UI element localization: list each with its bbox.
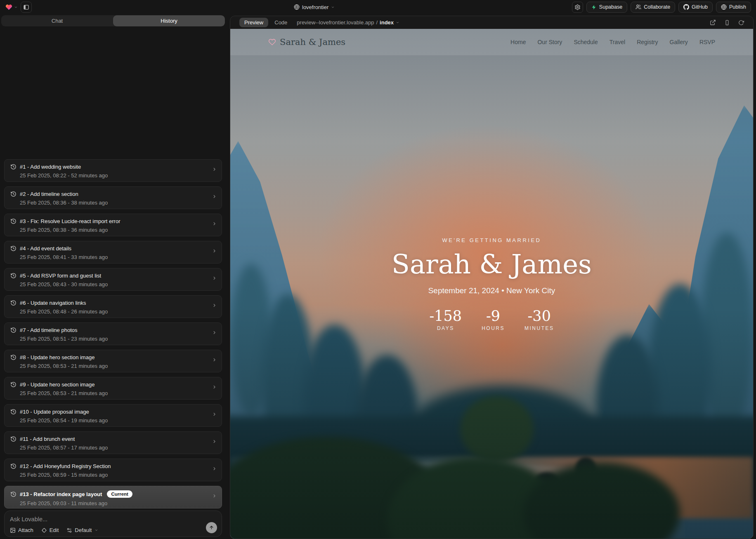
attach-button[interactable]: Attach [10,527,33,533]
chevron-right-icon [212,493,217,499]
chevron-right-icon [212,412,217,417]
history-icon [10,245,17,252]
ask-lovable-box: Attach Edit Default [4,511,222,537]
history-item[interactable]: #9 - Update hero section image 25 Feb 20… [4,377,222,400]
nav-link-home[interactable]: Home [510,39,526,45]
tab-code[interactable]: Code [274,19,287,26]
countdown-days-label: DAYS [430,325,462,331]
history-icon [10,164,17,170]
site-header: Sarah & James Home Our Story Schedule Tr… [230,29,753,55]
chevron-right-icon [212,357,217,362]
chevron-right-icon [212,248,217,254]
history-icon [10,218,17,224]
send-button[interactable] [206,522,217,533]
chevron-down-icon [331,5,335,9]
countdown-hours: -9 HOURS [482,308,505,331]
history-item-time: 25 Feb 2025, 08:53 - 21 minutes ago [20,363,209,369]
ask-lovable-input[interactable] [10,516,154,523]
heart-outline-icon [268,38,276,46]
history-item[interactable]: #6 - Update navigation links 25 Feb 2025… [4,295,222,318]
countdown-minutes-value: -30 [524,308,554,324]
history-item-time: 25 Feb 2025, 08:54 - 19 minutes ago [20,417,209,424]
tab-history[interactable]: History [113,15,225,26]
history-item-current[interactable]: #13 - Refactor index page layout Current… [4,486,222,508]
history-item-title: #12 - Add Honeyfund Registry Section [20,463,111,469]
publish-button[interactable]: Publish [716,2,751,13]
nav-link-schedule[interactable]: Schedule [574,39,598,45]
settings-button[interactable] [572,2,583,13]
tab-preview[interactable]: Preview [239,18,268,27]
model-label: Default [75,527,92,533]
countdown-minutes-label: MINUTES [524,325,554,331]
github-button[interactable]: GitHub [678,2,713,13]
project-switcher[interactable]: lovefrontier [294,0,335,14]
history-item-time: 25 Feb 2025, 08:53 - 21 minutes ago [20,390,209,396]
nav-link-gallery[interactable]: Gallery [670,39,688,45]
history-item[interactable]: #10 - Update proposal image 25 Feb 2025,… [4,404,222,427]
chevron-right-icon [212,330,217,335]
history-item-title: #9 - Update hero section image [20,381,94,388]
history-icon [10,463,17,469]
history-item-time: 25 Feb 2025, 08:36 - 38 minutes ago [20,200,209,206]
history-item[interactable]: #1 - Add wedding website 25 Feb 2025, 08… [4,159,222,182]
mobile-view-button[interactable] [724,20,730,26]
countdown: -158 DAYS -9 HOURS -30 MINUTES [230,308,753,331]
refresh-button[interactable] [738,20,744,26]
history-item[interactable]: #3 - Fix: Resolve Lucide-react import er… [4,214,222,236]
github-label: GitHub [692,4,708,10]
history-item-time: 25 Feb 2025, 08:38 - 36 minutes ago [20,227,209,233]
countdown-hours-label: HOURS [482,325,505,331]
countdown-hours-value: -9 [482,308,505,324]
nav-link-our-story[interactable]: Our Story [537,39,562,45]
preview-toolbar: Preview Code preview--lovefrontier.lovab… [230,16,753,29]
history-item-time: 25 Feb 2025, 08:51 - 23 minutes ago [20,336,209,342]
history-item-time: 25 Feb 2025, 09:03 - 11 minutes ago [20,500,209,506]
chevron-right-icon [212,384,217,390]
history-icon [10,409,17,415]
history-item[interactable]: #12 - Add Honeyfund Registry Section 25 … [4,459,222,481]
history-item-title: #3 - Fix: Resolve Lucide-react import er… [20,218,120,224]
preview-pane: Preview Code preview--lovefrontier.lovab… [230,16,754,539]
history-item[interactable]: #2 - Add timeline section 25 Feb 2025, 0… [4,186,222,209]
preview-url[interactable]: preview--lovefrontier.lovable.app / inde… [297,19,399,26]
image-icon [10,527,16,533]
lovable-logo-menu[interactable] [5,4,18,11]
history-item[interactable]: #4 - Add event details 25 Feb 2025, 08:4… [4,241,222,264]
history-item-title: #2 - Add timeline section [20,191,78,197]
chat-sidebar: Chat History #1 - Add wedding website 25… [0,14,226,539]
history-item-time: 25 Feb 2025, 08:41 - 33 minutes ago [20,254,209,260]
hero-date-location: September 21, 2024 • New York City [230,286,753,295]
sliders-icon [66,527,72,533]
history-item[interactable]: #8 - Update hero section image 25 Feb 20… [4,350,222,372]
edit-label: Edit [50,527,59,533]
publish-globe-icon [721,4,727,10]
collaborate-label: Collaborate [644,4,670,10]
history-item[interactable]: #7 - Add timeline photos 25 Feb 2025, 08… [4,322,222,345]
chevron-down-icon [94,528,98,532]
open-external-button[interactable] [710,19,716,26]
edit-mode-button[interactable]: Edit [41,527,59,533]
chevron-right-icon [212,439,217,444]
history-item[interactable]: #11 - Add brunch event 25 Feb 2025, 08:5… [4,431,222,454]
nav-link-travel[interactable]: Travel [610,39,625,45]
site-logo[interactable]: Sarah & James [268,37,345,47]
nav-link-rsvp[interactable]: RSVP [699,39,715,45]
tab-history-label: History [161,18,177,24]
site-viewport: Sarah & James Home Our Story Schedule Tr… [230,29,753,539]
model-selector[interactable]: Default [66,527,98,533]
supabase-button[interactable]: Supabase [586,2,627,13]
history-item-title: #5 - Add RSVP form and guest list [20,273,101,279]
globe-icon [294,4,300,10]
attach-label: Attach [18,527,33,533]
nav-link-registry[interactable]: Registry [637,39,658,45]
hero-title: Sarah & James [230,249,753,280]
sidebar-toggle-button[interactable] [21,2,32,13]
sidebar-tabbar: Chat History [1,15,225,26]
tab-chat-label: Chat [52,18,63,24]
url-page: index [380,19,394,26]
history-item[interactable]: #5 - Add RSVP form and guest list 25 Feb… [4,268,222,291]
collaborate-button[interactable]: Collaborate [631,2,675,13]
lovable-heart-icon [5,4,13,11]
hero-section: WE'RE GETTING MARRIED Sarah & James Sept… [230,237,753,331]
tab-chat[interactable]: Chat [1,15,113,26]
